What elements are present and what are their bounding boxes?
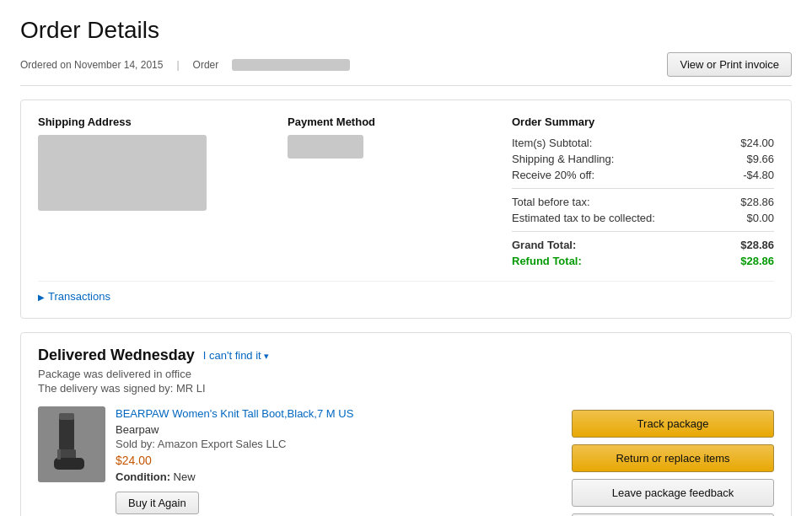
condition-label: Condition: — [116, 470, 170, 483]
items-subtotal-label: Item(s) Subtotal: — [512, 135, 709, 151]
product-brand: Bearpaw — [116, 423, 353, 436]
total-before-tax-label: Total before tax: — [512, 194, 724, 210]
transactions-link[interactable]: ▶Transactions — [38, 290, 110, 303]
page-container: Order Details Ordered on November 14, 20… — [0, 0, 812, 516]
buy-again-button[interactable]: Buy it Again — [116, 492, 199, 514]
grand-total-row: Grand Total: $28.86 — [512, 237, 774, 253]
total-before-tax-value: $28.86 — [724, 194, 774, 210]
shipping-address-section: Shipping Address — [38, 116, 274, 269]
delivery-box: Delivered Wednesday I can't find it ▾ Pa… — [20, 332, 792, 516]
cant-find-label: I can't find it — [203, 349, 261, 362]
boot-svg — [42, 409, 101, 481]
condition-value: New — [174, 470, 196, 483]
delivery-line2: The delivery was signed by: MR LI — [38, 382, 774, 395]
payment-placeholder — [288, 135, 363, 159]
arrow-icon: ▶ — [38, 293, 45, 302]
shipping-label: Shipping & Handling: — [512, 151, 709, 167]
product-image — [38, 406, 105, 482]
delivery-title: Delivered Wednesday — [38, 347, 195, 364]
svg-rect-3 — [57, 449, 61, 460]
grand-total-label: Grand Total: — [512, 237, 689, 253]
order-meta-left: Ordered on November 14, 2015 | Order — [20, 59, 350, 71]
items-subtotal-row: Item(s) Subtotal: $24.00 — [512, 135, 774, 151]
page-title: Order Details — [20, 17, 792, 44]
shipping-value: $9.66 — [709, 151, 774, 167]
summary-divider-2 — [512, 231, 774, 232]
svg-rect-4 — [59, 413, 74, 420]
discount-row: Receive 20% off: -$4.80 — [512, 167, 774, 183]
order-summary-section: Order Summary Item(s) Subtotal: $24.00 S… — [512, 116, 774, 269]
discount-value: -$4.80 — [709, 167, 774, 183]
ordered-on-text: Ordered on November 14, 2015 — [20, 59, 163, 71]
estimated-tax-label: Estimated tax to be collected: — [512, 210, 724, 226]
product-info: BEARPAW Women's Knit Tall Boot,Black,7 M… — [116, 406, 353, 516]
transactions-label: Transactions — [48, 290, 110, 303]
grand-total-value: $28.86 — [689, 237, 774, 253]
track-package-button[interactable]: Track package — [572, 410, 774, 438]
address-placeholder — [38, 135, 207, 211]
items-subtotal-value: $24.00 — [709, 135, 774, 151]
shipping-address-label: Shipping Address — [38, 116, 274, 128]
summary-table-2: Total before tax: $28.86 Estimated tax t… — [512, 194, 774, 226]
payment-method-section: Payment Method — [288, 116, 498, 269]
shipping-row: Shipping & Handling: $9.66 — [512, 151, 774, 167]
return-replace-button[interactable]: Return or replace items — [572, 444, 774, 472]
chevron-down-icon: ▾ — [264, 351, 269, 361]
order-label: Order — [193, 59, 219, 71]
estimated-tax-value: $0.00 — [724, 210, 774, 226]
order-info-box: Shipping Address Payment Method Order Su… — [20, 99, 792, 319]
refund-value: $28.86 — [689, 253, 774, 269]
product-left: BEARPAW Women's Knit Tall Boot,Black,7 M… — [38, 406, 558, 516]
estimated-tax-row: Estimated tax to be collected: $0.00 — [512, 210, 774, 226]
action-buttons: Track package Return or replace items Le… — [572, 406, 774, 516]
separator: | — [176, 59, 179, 71]
product-title-link[interactable]: BEARPAW Women's Knit Tall Boot,Black,7 M… — [116, 407, 353, 420]
product-price: $24.00 — [116, 454, 353, 467]
leave-feedback-button[interactable]: Leave package feedback — [572, 479, 774, 507]
discount-label: Receive 20% off: — [512, 167, 709, 183]
order-summary-label: Order Summary — [512, 116, 774, 128]
delivery-header: Delivered Wednesday I can't find it ▾ — [38, 347, 774, 364]
order-info-grid: Shipping Address Payment Method Order Su… — [38, 116, 774, 269]
refund-label: Refund Total: — [512, 253, 689, 269]
product-condition: Condition: New — [116, 470, 353, 483]
invoice-button[interactable]: View or Print invoice — [667, 52, 792, 77]
total-before-tax-row: Total before tax: $28.86 — [512, 194, 774, 210]
refund-row: Refund Total: $28.86 — [512, 253, 774, 269]
order-meta-bar: Ordered on November 14, 2015 | Order Vie… — [20, 52, 792, 86]
transactions-row: ▶Transactions — [38, 281, 774, 303]
payment-method-label: Payment Method — [288, 116, 498, 128]
product-row: BEARPAW Women's Knit Tall Boot,Black,7 M… — [38, 406, 774, 516]
summary-divider — [512, 188, 774, 189]
order-id-placeholder — [232, 59, 350, 71]
delivery-line1: Package was delivered in office — [38, 368, 774, 380]
summary-table-3: Grand Total: $28.86 Refund Total: $28.86 — [512, 237, 774, 269]
summary-table: Item(s) Subtotal: $24.00 Shipping & Hand… — [512, 135, 774, 183]
product-sold-by: Sold by: Amazon Export Sales LLC — [116, 438, 353, 450]
cant-find-link[interactable]: I can't find it ▾ — [203, 349, 270, 362]
svg-rect-2 — [54, 458, 84, 470]
